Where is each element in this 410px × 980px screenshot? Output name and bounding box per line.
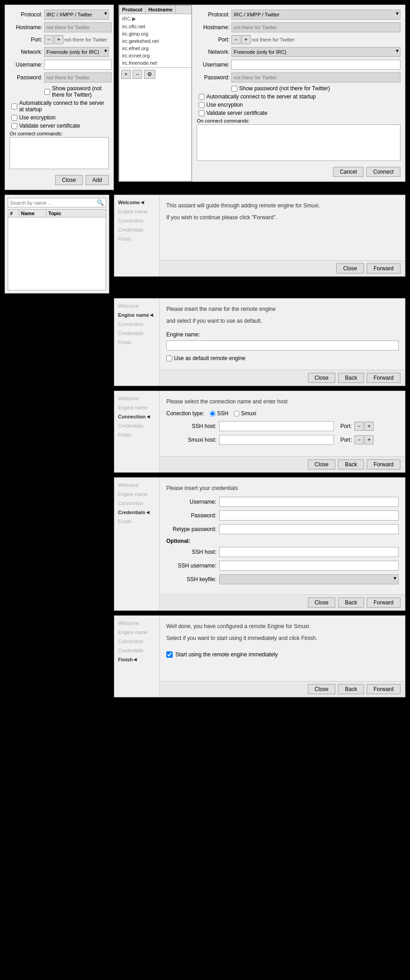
- wizard-step-engine-1[interactable]: Engine name: [118, 209, 156, 214]
- connect-btn-right[interactable]: Connect: [366, 167, 400, 177]
- wizard-step-connection-3[interactable]: Connection ◀: [118, 414, 156, 419]
- wizard-step-finish-4[interactable]: Finish: [118, 519, 156, 524]
- smuxi-radio-option[interactable]: Smuxi: [234, 410, 256, 417]
- wizard-connection-back-btn[interactable]: Back: [338, 459, 364, 469]
- smuxi-host-input[interactable]: [219, 435, 334, 445]
- use-encryption-cb-right[interactable]: [199, 102, 205, 108]
- server-item-2[interactable]: irc.gimp.org: [119, 30, 191, 37]
- ssh-port-minus[interactable]: −: [354, 422, 364, 431]
- wizard-step-finish-3[interactable]: Finish: [118, 432, 156, 438]
- wizard-credentials-forward-btn[interactable]: Forward: [367, 598, 400, 608]
- ssh-port-plus[interactable]: +: [364, 422, 374, 431]
- hostname-input-left[interactable]: [44, 22, 112, 32]
- network-select-right[interactable]: Freenode (only for IRC): [231, 47, 400, 57]
- ssh-host-input[interactable]: [219, 421, 334, 431]
- wizard-step-credentials-3[interactable]: Credentials: [118, 423, 156, 428]
- wizard-step-credentials-2[interactable]: Credentials: [118, 330, 156, 336]
- auto-connect-cb-left[interactable]: [11, 103, 17, 109]
- cancel-btn-right[interactable]: Cancel: [333, 167, 364, 177]
- cred-retype-input[interactable]: [219, 524, 399, 534]
- server-item-5[interactable]: irc.ircnet.org: [119, 52, 191, 59]
- ssh-radio-option[interactable]: SSH: [210, 410, 228, 417]
- server-item-4[interactable]: irc.efnet.org: [119, 45, 191, 52]
- search-icon: 🔍: [95, 198, 106, 207]
- server-item-1[interactable]: irc.oftc.net: [119, 23, 191, 30]
- network-select-left[interactable]: Freenode (only for IRC): [44, 47, 109, 57]
- wizard-step-finish-1[interactable]: Finish: [118, 236, 156, 242]
- wizard-step-credentials-4[interactable]: Credentials ◀: [118, 510, 156, 515]
- show-password-cb-right[interactable]: [231, 86, 237, 92]
- wizard-connection-forward-btn[interactable]: Forward: [367, 459, 400, 469]
- wizard-engine-forward-btn[interactable]: Forward: [367, 373, 400, 383]
- cred-password-input[interactable]: [219, 511, 399, 521]
- wizard-step-welcome-4[interactable]: Welcome: [118, 482, 156, 488]
- wizard-step-finish-5[interactable]: Finish ◀: [118, 657, 156, 662]
- password-input-right[interactable]: [231, 72, 400, 83]
- hostname-input-right[interactable]: [231, 22, 400, 32]
- cred-username-input[interactable]: [219, 497, 399, 507]
- wizard-credentials-close-btn[interactable]: Close: [308, 598, 336, 608]
- validate-cert-cb-left[interactable]: [11, 123, 17, 129]
- server-irc-group[interactable]: IRC ▶: [119, 15, 191, 23]
- auto-connect-cb-right[interactable]: [199, 94, 205, 100]
- protocol-select-right[interactable]: IRC / XMPP / Twitter: [231, 10, 400, 20]
- wizard-step-welcome-2[interactable]: Welcome: [118, 303, 156, 309]
- wizard-step-credentials-1[interactable]: Credentials: [118, 227, 156, 232]
- password-input-left[interactable]: [44, 72, 112, 83]
- ssh-radio[interactable]: [210, 411, 215, 417]
- wizard-step-credentials-5[interactable]: Credentials: [118, 648, 156, 653]
- server-item-6[interactable]: irc.freenode.net: [119, 59, 191, 67]
- wizard-step-connection-5[interactable]: Connection: [118, 639, 156, 644]
- username-input-right[interactable]: [231, 60, 400, 70]
- port-minus-left[interactable]: −: [44, 35, 53, 44]
- wizard-welcome-forward-btn[interactable]: Forward: [367, 263, 400, 273]
- wizard-welcome-container: Welcome ◀ Engine name Connection Credent…: [114, 195, 405, 277]
- port-minus-right[interactable]: −: [231, 35, 241, 44]
- port-plus-right[interactable]: +: [241, 35, 251, 44]
- protocol-select[interactable]: IRC / XMPP / Twitter: [44, 10, 109, 20]
- wizard-finish-back-btn[interactable]: Back: [338, 684, 364, 694]
- search-input[interactable]: [8, 199, 95, 207]
- show-password-cb-left[interactable]: [44, 89, 50, 95]
- username-input-left[interactable]: [44, 60, 112, 70]
- wizard-finish-forward-btn[interactable]: Forward: [367, 684, 400, 694]
- smuxi-radio[interactable]: [234, 411, 240, 417]
- validate-cert-cb-right[interactable]: [199, 110, 205, 116]
- cred-ssh-keyfile-select[interactable]: [219, 574, 399, 584]
- start-engine-cb[interactable]: [166, 651, 173, 658]
- server-settings-btn[interactable]: ⚙: [144, 70, 155, 79]
- wizard-connection-close-btn[interactable]: Close: [308, 459, 336, 469]
- wizard-step-connection-1[interactable]: Connection: [118, 218, 156, 223]
- use-encryption-cb-left[interactable]: [11, 115, 17, 121]
- wizard-step-engine-4[interactable]: Engine name: [118, 491, 156, 497]
- wizard-credentials-back-btn[interactable]: Back: [338, 598, 364, 608]
- on-connect-textarea-right[interactable]: [197, 124, 400, 161]
- wizard-finish-close-btn[interactable]: Close: [308, 684, 336, 694]
- wizard-step-engine-5[interactable]: Engine name: [118, 629, 156, 635]
- add-btn-left[interactable]: Add: [86, 175, 109, 185]
- wizard-step-welcome-5[interactable]: Welcome: [118, 620, 156, 626]
- wizard-engine-close-btn[interactable]: Close: [308, 373, 336, 383]
- port-plus-left[interactable]: +: [54, 35, 63, 44]
- network-label-right: Network:: [197, 49, 230, 55]
- wizard-step-engine-2[interactable]: Engine name ◀: [118, 312, 156, 318]
- server-remove-btn[interactable]: −: [133, 70, 142, 79]
- wizard-step-connection-4[interactable]: Connection: [118, 500, 156, 506]
- cred-ssh-username-input[interactable]: [219, 561, 399, 571]
- close-btn-left[interactable]: Close: [55, 175, 83, 185]
- wizard-step-connection-2[interactable]: Connection: [118, 321, 156, 327]
- wizard-step-engine-3[interactable]: Engine name: [118, 405, 156, 410]
- cred-ssh-host-input[interactable]: [219, 547, 399, 557]
- smuxi-port-plus[interactable]: +: [364, 435, 374, 444]
- smuxi-port-minus[interactable]: −: [354, 435, 364, 444]
- server-add-btn[interactable]: +: [121, 70, 131, 79]
- wizard-step-welcome-3[interactable]: Welcome: [118, 396, 156, 401]
- on-connect-textarea-left[interactable]: [10, 137, 109, 169]
- wizard-step-welcome-1[interactable]: Welcome ◀: [118, 200, 156, 205]
- wizard-welcome-close-btn[interactable]: Close: [336, 263, 364, 273]
- engine-name-input[interactable]: [166, 340, 399, 351]
- wizard-step-finish-2[interactable]: Finish: [118, 340, 156, 345]
- server-item-3[interactable]: irc.geekshed.net: [119, 37, 191, 45]
- use-default-cb[interactable]: [166, 356, 172, 361]
- wizard-engine-back-btn[interactable]: Back: [338, 373, 364, 383]
